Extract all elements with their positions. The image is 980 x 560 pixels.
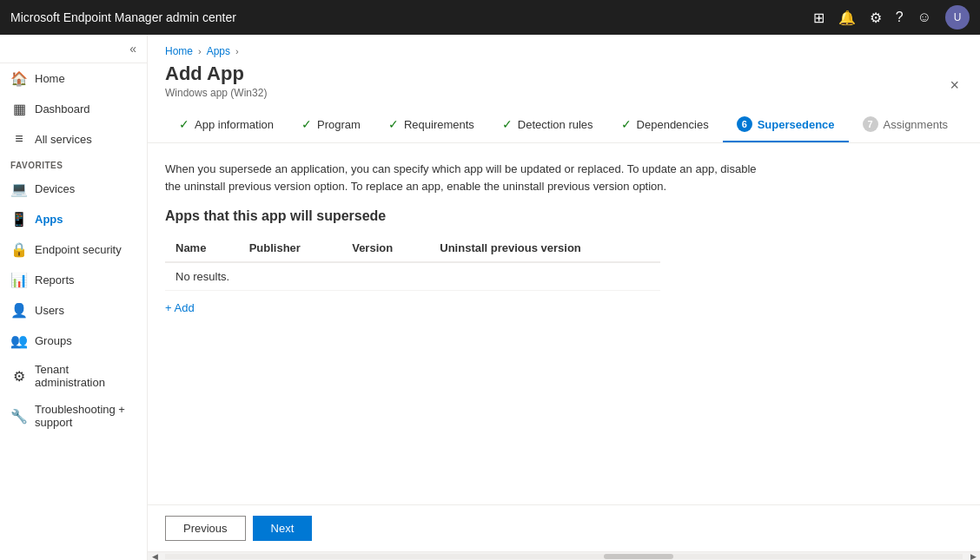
tenant-admin-icon: ⚙ bbox=[10, 368, 28, 385]
sidebar-item-apps-label: Apps bbox=[35, 213, 63, 226]
tab-app-information[interactable]: ✓ App information bbox=[165, 109, 288, 142]
supersedence-table: Name Publisher Version Uninstall previou… bbox=[165, 234, 660, 291]
help-icon[interactable]: ? bbox=[896, 10, 904, 25]
sidebar-item-dashboard-label: Dashboard bbox=[35, 102, 90, 115]
panel-title-row: Add App Windows app (Win32) × bbox=[165, 63, 963, 108]
sidebar-item-troubleshooting[interactable]: 🔧 Troubleshooting + support bbox=[0, 396, 147, 436]
tab-assignments-label: Assignments bbox=[884, 118, 948, 131]
tab-review-create[interactable]: 8 Review + create bbox=[962, 108, 963, 142]
devices-icon: 💻 bbox=[10, 181, 28, 197]
breadcrumb-apps[interactable]: Apps bbox=[207, 45, 230, 57]
col-name: Name bbox=[165, 234, 239, 262]
sidebar-collapse-button[interactable]: « bbox=[126, 40, 140, 57]
panel-title: Add App bbox=[165, 63, 267, 85]
tab-check-app-info: ✓ bbox=[179, 117, 189, 131]
table-header: Name Publisher Version Uninstall previou… bbox=[165, 234, 660, 262]
table-header-row: Name Publisher Version Uninstall previou… bbox=[165, 234, 660, 262]
sidebar-item-apps[interactable]: 📱 Apps bbox=[0, 204, 147, 234]
tab-supersedence[interactable]: 6 Supersedence bbox=[723, 108, 849, 142]
main-layout: « 🏠 Home ▦ Dashboard ≡ All services FAVO… bbox=[0, 35, 980, 560]
tab-app-information-label: App information bbox=[195, 118, 274, 131]
add-link[interactable]: + Add bbox=[165, 298, 195, 318]
panel-title-block: Add App Windows app (Win32) bbox=[165, 63, 267, 108]
tab-program[interactable]: ✓ Program bbox=[288, 109, 374, 142]
info-text: When you supersede an application, you c… bbox=[165, 161, 773, 194]
page-panel: Home › Apps › Add App Windows app (Win32… bbox=[148, 35, 980, 560]
breadcrumb-sep-1: › bbox=[198, 46, 202, 56]
col-publisher: Publisher bbox=[239, 234, 342, 262]
sidebar-item-users-label: Users bbox=[35, 304, 64, 317]
tab-detection-rules-label: Detection rules bbox=[518, 118, 593, 131]
bell-icon[interactable]: 🔔 bbox=[838, 10, 856, 26]
tab-requirements-label: Requirements bbox=[404, 118, 474, 131]
tab-check-requirements: ✓ bbox=[388, 117, 399, 131]
tab-assignments[interactable]: 7 Assignments bbox=[849, 108, 962, 142]
wizard-tabs: ✓ App information ✓ Program ✓ Requiremen… bbox=[165, 108, 963, 142]
sidebar-item-all-services-label: All services bbox=[35, 133, 92, 146]
previous-button[interactable]: Previous bbox=[165, 516, 246, 541]
tab-requirements[interactable]: ✓ Requirements bbox=[374, 109, 488, 142]
troubleshooting-icon: 🔧 bbox=[10, 408, 28, 425]
smiley-icon[interactable]: ☺ bbox=[917, 10, 931, 25]
scrollbar-thumb bbox=[604, 554, 673, 559]
sidebar-item-endpoint-security[interactable]: 🔒 Endpoint security bbox=[0, 234, 147, 265]
col-uninstall: Uninstall previous version bbox=[429, 234, 660, 262]
tab-check-program: ✓ bbox=[301, 117, 312, 131]
topbar: Microsoft Endpoint Manager admin center … bbox=[0, 0, 980, 35]
sidebar-item-groups[interactable]: 👥 Groups bbox=[0, 326, 147, 356]
next-button[interactable]: Next bbox=[253, 516, 313, 541]
sidebar-item-users[interactable]: 👤 Users bbox=[0, 295, 147, 326]
panel-subtitle: Windows app (Win32) bbox=[165, 87, 267, 99]
users-icon: 👤 bbox=[10, 302, 28, 319]
sidebar-collapse-area: « bbox=[0, 35, 147, 63]
home-icon: 🏠 bbox=[10, 70, 28, 87]
sidebar: « 🏠 Home ▦ Dashboard ≡ All services FAVO… bbox=[0, 35, 148, 560]
topbar-icons: ⊞ 🔔 ⚙ ? ☺ U bbox=[813, 5, 970, 30]
sidebar-item-tenant-admin-label: Tenant administration bbox=[35, 363, 136, 389]
groups-icon: 👥 bbox=[10, 333, 28, 349]
tab-program-label: Program bbox=[317, 118, 361, 131]
scroll-left-arrow[interactable]: ◀ bbox=[148, 552, 162, 561]
close-button[interactable]: × bbox=[946, 73, 963, 98]
sidebar-item-reports[interactable]: 📊 Reports bbox=[0, 265, 147, 295]
panel-body: When you supersede an application, you c… bbox=[148, 143, 980, 504]
reports-icon: 📊 bbox=[10, 272, 28, 288]
tab-num-assignments: 7 bbox=[863, 116, 878, 132]
tab-check-dependencies: ✓ bbox=[621, 117, 632, 131]
sidebar-item-all-services[interactable]: ≡ All services bbox=[0, 124, 147, 154]
sidebar-item-groups-label: Groups bbox=[35, 334, 72, 347]
panel-header: Home › Apps › Add App Windows app (Win32… bbox=[148, 35, 980, 143]
sidebar-item-reports-label: Reports bbox=[35, 273, 75, 287]
table-body: No results. bbox=[165, 262, 660, 291]
app-title: Microsoft Endpoint Manager admin center bbox=[10, 10, 813, 24]
tab-dependencies[interactable]: ✓ Dependencies bbox=[607, 109, 723, 142]
dashboard-icon: ▦ bbox=[10, 101, 28, 117]
sidebar-item-endpoint-security-label: Endpoint security bbox=[35, 243, 122, 256]
panel-footer: Previous Next bbox=[148, 504, 980, 551]
all-services-icon: ≡ bbox=[10, 131, 28, 147]
sidebar-item-troubleshooting-label: Troubleshooting + support bbox=[35, 403, 136, 429]
breadcrumb-sep-2: › bbox=[235, 46, 239, 56]
grid-icon[interactable]: ⊞ bbox=[813, 10, 824, 26]
tab-num-supersedence: 6 bbox=[737, 116, 752, 132]
apps-icon: 📱 bbox=[10, 211, 28, 227]
sidebar-section-favorites: FAVORITES bbox=[0, 154, 147, 174]
gear-icon[interactable]: ⚙ bbox=[870, 10, 882, 26]
section-title: Apps that this app will supersede bbox=[165, 208, 963, 224]
sidebar-item-home[interactable]: 🏠 Home bbox=[0, 63, 147, 94]
tab-detection-rules[interactable]: ✓ Detection rules bbox=[488, 109, 607, 142]
sidebar-item-tenant-admin[interactable]: ⚙ Tenant administration bbox=[0, 356, 147, 396]
sidebar-item-devices[interactable]: 💻 Devices bbox=[0, 174, 147, 204]
endpoint-security-icon: 🔒 bbox=[10, 241, 28, 258]
sidebar-item-dashboard[interactable]: ▦ Dashboard bbox=[0, 94, 147, 124]
user-avatar[interactable]: U bbox=[945, 5, 970, 30]
breadcrumb: Home › Apps › bbox=[165, 45, 963, 57]
breadcrumb-home[interactable]: Home bbox=[165, 45, 193, 57]
scrollbar-track[interactable] bbox=[165, 554, 963, 559]
tab-check-detection: ✓ bbox=[502, 117, 513, 131]
scroll-right-arrow[interactable]: ▶ bbox=[966, 552, 980, 561]
sidebar-item-devices-label: Devices bbox=[35, 182, 75, 195]
no-results-message: No results. bbox=[165, 262, 660, 291]
col-version: Version bbox=[341, 234, 429, 262]
content-area: Home › Apps › Add App Windows app (Win32… bbox=[148, 35, 980, 560]
